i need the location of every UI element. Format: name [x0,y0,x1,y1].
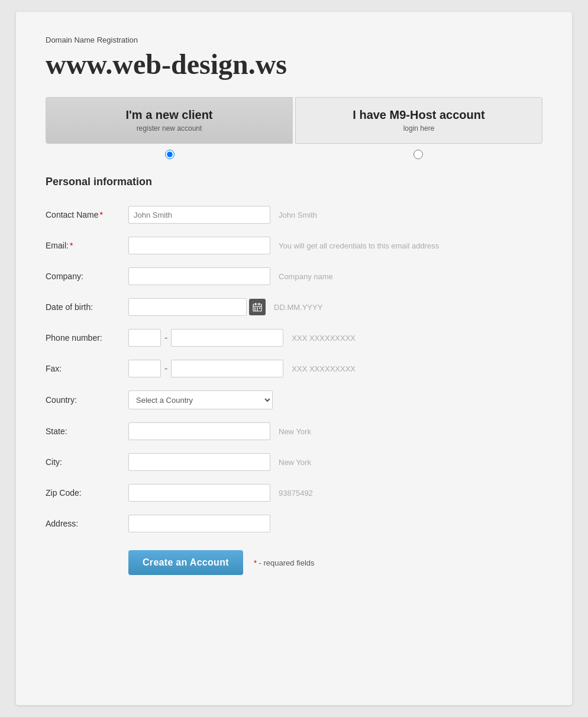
email-required-star: * [70,241,73,250]
existing-client-option[interactable]: I have M9-Host account login here [295,97,542,144]
fax-label: Fax: [46,364,128,373]
contact-name-hint: John Smith [279,211,317,219]
date-wrapper [128,298,266,316]
company-input[interactable] [128,267,270,285]
fax-number-input[interactable] [171,360,283,377]
phone-row: Phone number: - XXX XXXXXXXXX [46,329,542,347]
svg-rect-5 [257,308,258,309]
company-row: Company: Company name [46,267,542,285]
city-row: City: New York [46,453,542,471]
phone-wrapper: - [128,329,283,347]
existing-client-main: I have M9-Host account [308,108,530,122]
phone-code-input[interactable] [128,329,161,347]
required-star-note: * [254,558,257,567]
new-client-option[interactable]: I'm a new client register new account [46,97,293,144]
domain-title: www.web-design.ws [46,48,542,80]
phone-label: Phone number: [46,333,128,343]
address-input[interactable] [128,515,270,532]
email-label: Email:* [46,241,128,250]
create-account-button[interactable]: Create an Account [128,550,243,575]
calendar-icon[interactable] [249,299,266,315]
dob-hint: DD.MM.YYYY [274,303,322,312]
state-row: State: New York [46,422,542,440]
state-label: State: [46,427,128,436]
zip-label: Zip Code: [46,488,128,498]
client-toggle: I'm a new client register new account I … [46,97,542,144]
country-select[interactable]: Select a Country United States United Ki… [128,390,273,409]
fax-code-input[interactable] [128,360,161,377]
svg-rect-8 [257,309,258,311]
new-client-radio-cell [46,150,294,159]
phone-dash: - [164,332,167,343]
fax-dash: - [164,363,167,374]
svg-rect-4 [254,308,256,309]
contact-name-input[interactable] [128,206,270,224]
domain-label: Domain Name Registration [46,35,542,44]
new-client-radio[interactable] [165,150,175,159]
fax-wrapper: - [128,360,283,377]
contact-name-label: Contact Name* [46,210,128,219]
country-label: Country: [46,395,128,405]
new-client-sub: register new account [58,124,280,133]
svg-rect-6 [259,308,260,309]
address-label: Address: [46,519,128,528]
phone-hint: XXX XXXXXXXXX [292,334,356,343]
radio-row [46,150,542,159]
zip-input[interactable] [128,484,270,502]
city-input[interactable] [128,453,270,471]
svg-rect-7 [254,309,256,311]
zip-row: Zip Code: 93875492 [46,484,542,502]
state-hint: New York [279,427,311,436]
company-hint: Company name [279,272,333,281]
email-hint: You will get all credentials to this ema… [279,241,439,250]
city-label: City: [46,457,128,467]
city-hint: New York [279,458,311,467]
personal-info-title: Personal information [46,176,542,192]
company-label: Company: [46,272,128,281]
submit-row: Create an Account * - requared fields [46,550,542,575]
address-row: Address: [46,515,542,532]
existing-client-sub: login here [308,124,530,133]
email-row: Email:* You will get all credentials to … [46,237,542,254]
dob-row: Date of birth: DD.MM.YYYY [46,298,542,316]
existing-client-radio-cell [294,150,542,159]
fax-row: Fax: - XXX XXXXXXXXX [46,360,542,377]
country-row: Country: Select a Country United States … [46,390,542,409]
calendar-svg [253,302,262,312]
fax-hint: XXX XXXXXXXXX [292,364,356,373]
email-input[interactable] [128,237,270,254]
dob-label: Date of birth: [46,302,128,312]
zip-hint: 93875492 [279,489,313,498]
contact-name-row: Contact Name* John Smith [46,206,542,224]
phone-number-input[interactable] [171,329,283,347]
state-input[interactable] [128,422,270,440]
new-client-main: I'm a new client [58,108,280,122]
dob-input[interactable] [128,298,247,316]
required-note: * - requared fields [254,558,315,567]
page-container: Domain Name Registration www.web-design.… [16,12,572,705]
existing-client-radio[interactable] [413,150,423,159]
required-star: * [99,210,102,219]
